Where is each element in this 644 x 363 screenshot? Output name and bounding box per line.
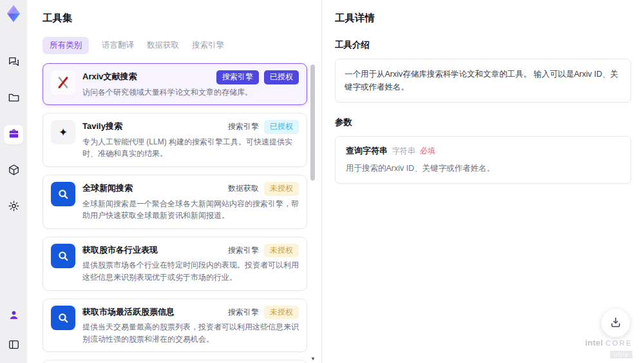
category-label: 数据获取 bbox=[228, 182, 259, 195]
news-search-icon bbox=[51, 182, 75, 206]
parameter-card: 查询字符串 字符串 必填 用于搜索的Arxiv ID、关键字或作者姓名。 bbox=[335, 136, 631, 184]
parameter-name: 查询字符串 bbox=[346, 145, 388, 157]
parameter-required-flag: 必填 bbox=[420, 146, 435, 157]
ultra-wordmark: Ultra bbox=[610, 351, 632, 358]
core-wordmark: CORE bbox=[605, 339, 632, 347]
tool-name: 获取股市各行业表现 bbox=[82, 244, 223, 257]
tools-list: Arxiv文献搜索 搜索引擎 已授权 访问各个研究领域大量科学论文和文章的存储库… bbox=[43, 63, 315, 363]
status-badge: 已授权 bbox=[264, 120, 299, 134]
tool-description: 专为人工智能代理 (LLM) 构建的搜索引擎工具。可快速提供实时、准确和真实的结… bbox=[82, 136, 299, 160]
tool-description: 全球新闻搜索是一个聚合全球各大新闻网站内容的搜索引擎，帮助用户快速获取全球最新资… bbox=[82, 198, 299, 222]
tool-name: Tavily搜索 bbox=[82, 120, 223, 133]
tool-card-arxiv[interactable]: Arxiv文献搜索 搜索引擎 已授权 访问各个研究领域大量科学论文和文章的存储库… bbox=[43, 63, 307, 105]
stock-search-icon bbox=[51, 306, 75, 330]
sidebar-item-files[interactable] bbox=[4, 89, 23, 108]
stock-search-icon bbox=[51, 244, 75, 268]
intro-heading: 工具介绍 bbox=[335, 39, 631, 51]
detail-title: 工具详情 bbox=[335, 12, 631, 25]
category-badge: 搜索引擎 bbox=[216, 70, 259, 84]
tool-name: Arxiv文献搜索 bbox=[82, 70, 211, 83]
page-title: 工具集 bbox=[43, 12, 315, 25]
tool-name: 获取市场最活跃股票信息 bbox=[82, 306, 223, 319]
diamond-logo-icon bbox=[4, 4, 23, 26]
category-label: 搜索引擎 bbox=[228, 120, 259, 133]
list-scrollbar[interactable] bbox=[310, 64, 315, 354]
tab-data-acquisition[interactable]: 数据获取 bbox=[147, 37, 179, 54]
panel-toggle-icon bbox=[8, 338, 20, 353]
tool-detail-panel: 工具详情 工具介绍 一个用于从Arxiv存储库搜索科学论文和文章的工具。 输入可… bbox=[322, 0, 644, 363]
scrollbar-thumb[interactable] bbox=[310, 64, 315, 181]
sidebar-item-settings[interactable] bbox=[4, 197, 23, 217]
folder-icon bbox=[8, 92, 20, 106]
sidebar-item-packages[interactable] bbox=[4, 161, 23, 181]
tab-language-translation[interactable]: 语言翻译 bbox=[102, 37, 134, 54]
category-label: 搜索引擎 bbox=[228, 306, 259, 319]
sidebar-item-panel-toggle[interactable] bbox=[4, 336, 23, 355]
download-icon bbox=[609, 316, 622, 331]
category-label: 搜索引擎 bbox=[228, 244, 259, 257]
tool-card-sector-performance[interactable]: 获取股市各行业表现 搜索引擎 未授权 提供股票市场各个行业在特定时间段内的表现。… bbox=[43, 237, 307, 291]
status-badge: 未授权 bbox=[264, 306, 299, 320]
app-logo[interactable] bbox=[3, 4, 24, 26]
tool-intro-box: 一个用于从Arxiv存储库搜索科学论文和文章的工具。 输入可以是Arxiv ID… bbox=[335, 59, 631, 103]
tool-description: 访问各个研究领域大量科学论文和文章的存储库。 bbox=[82, 86, 299, 99]
tools-list-panel: 工具集 所有类别 语言翻译 数据获取 搜索引擎 Arxiv文献搜索 bbox=[27, 0, 322, 363]
parameter-description: 用于搜索的Arxiv ID、关键字或作者姓名。 bbox=[346, 162, 620, 175]
user-icon bbox=[8, 309, 20, 323]
tool-description: 提供当天交易量最高的股票列表，投资者可以利用这些信息来识别流动性强的股票和潜在的… bbox=[82, 321, 299, 345]
status-badge: 未授权 bbox=[264, 244, 299, 258]
download-button[interactable] bbox=[601, 309, 630, 337]
sidebar-item-chat[interactable] bbox=[4, 53, 23, 72]
tool-name: 全球新闻搜索 bbox=[82, 182, 223, 195]
tool-card-regional-news[interactable]: 万维地区新闻查询 搜索引擎 未授权 查询具体行政区划内的新闻，快速了解各地新闻动 bbox=[43, 360, 307, 363]
tab-search-engine[interactable]: 搜索引擎 bbox=[192, 37, 224, 54]
sidebar-bottom bbox=[4, 306, 23, 355]
params-heading: 参数 bbox=[335, 117, 631, 128]
status-badge: 未授权 bbox=[264, 182, 299, 196]
sparkle-icon: ✦ bbox=[51, 120, 75, 144]
cube-icon bbox=[8, 164, 20, 178]
tab-all-categories[interactable]: 所有类别 bbox=[43, 37, 89, 54]
sidebar-nav bbox=[4, 53, 23, 217]
tool-card-global-news[interactable]: 全球新闻搜索 数据获取 未授权 全球新闻搜索是一个聚合全球各大新闻网站内容的搜索… bbox=[43, 175, 307, 229]
tool-card-tavily[interactable]: ✦ Tavily搜索 搜索引擎 已授权 专为人工智能代理 (LLM) 构建的搜索… bbox=[43, 113, 307, 167]
chat-icon bbox=[8, 55, 20, 70]
tool-description: 提供股票市场各个行业在特定时间段内的表现。投资者可以利用这些信息来识别表现优于或… bbox=[82, 259, 299, 283]
intel-wordmark: intel bbox=[585, 338, 603, 348]
status-badge: 已授权 bbox=[264, 70, 299, 84]
scrollbar-down-arrow[interactable]: ▼ bbox=[310, 357, 315, 362]
app-window: 工具集 所有类别 语言翻译 数据获取 搜索引擎 Arxiv文献搜索 bbox=[0, 0, 644, 363]
tool-card-active-stocks[interactable]: 获取市场最活跃股票信息 搜索引擎 未授权 提供当天交易量最高的股票列表，投资者可… bbox=[43, 299, 307, 353]
category-tabs: 所有类别 语言翻译 数据获取 搜索引擎 bbox=[43, 37, 315, 54]
sidebar-item-account[interactable] bbox=[4, 306, 23, 326]
intel-core-logo: intel CORE Ultra bbox=[585, 338, 632, 359]
sidebar bbox=[0, 0, 27, 363]
arxiv-x-icon bbox=[51, 70, 75, 95]
briefcase-icon bbox=[8, 128, 20, 142]
sidebar-item-toolbox[interactable] bbox=[4, 125, 23, 144]
parameter-type: 字符串 bbox=[392, 146, 415, 157]
gear-icon bbox=[8, 200, 20, 214]
